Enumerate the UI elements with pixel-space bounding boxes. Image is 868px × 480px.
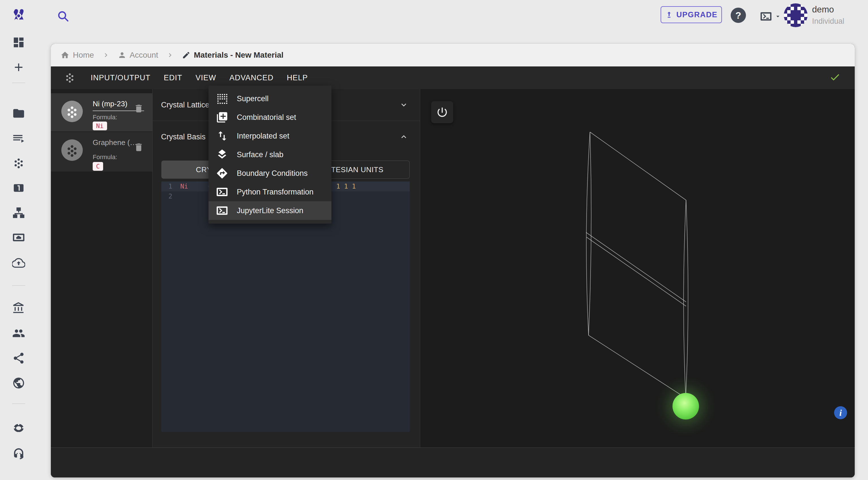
menu-advanced[interactable]: ADVANCED bbox=[229, 68, 274, 87]
section-title: Crystal Basis bbox=[161, 132, 206, 141]
console-menu-button[interactable] bbox=[760, 10, 782, 23]
menu-item-surface-slab[interactable]: Surface / slab bbox=[209, 145, 332, 164]
breadcrumb-account[interactable]: Account bbox=[118, 51, 158, 60]
sidebar-item-entity-one[interactable] bbox=[12, 181, 25, 194]
content-area: Ni (mp-23) Formula: Ni Graphene (… bbox=[51, 89, 855, 448]
sidebar-item-projects[interactable] bbox=[12, 107, 25, 120]
edit-pencil-icon bbox=[182, 51, 190, 59]
sidebar-item-share[interactable] bbox=[12, 352, 25, 365]
material-list-item-ni[interactable]: Ni (mp-23) Formula: Ni bbox=[51, 93, 152, 131]
line-number: 1 bbox=[168, 181, 173, 191]
sidebar-item-organization[interactable] bbox=[12, 302, 25, 314]
sidebar-item-support-wheel[interactable] bbox=[12, 422, 25, 435]
menu-item-label: Surface / slab bbox=[237, 150, 283, 159]
person-icon bbox=[118, 51, 126, 59]
menu-item-label: Combinatorial set bbox=[237, 113, 296, 122]
upgrade-button[interactable]: UPGRADE bbox=[661, 6, 722, 23]
main-card: Home Account Materials - New Material bbox=[51, 44, 855, 477]
menu-item-python-transformation[interactable]: Python Transformation bbox=[209, 183, 332, 201]
breadcrumb-home-label: Home bbox=[73, 51, 94, 60]
breadcrumb-current: Materials - New Material bbox=[182, 51, 283, 60]
menu-item-label: JupyterLite Session bbox=[237, 206, 304, 215]
info-button[interactable]: i bbox=[834, 406, 847, 419]
chevron-down-icon[interactable] bbox=[399, 100, 409, 110]
chevron-right-icon bbox=[102, 51, 110, 59]
terminal-icon bbox=[760, 10, 773, 23]
card-footer bbox=[51, 448, 855, 477]
menu-item-label: Interpolated set bbox=[237, 132, 289, 141]
user-name: demo bbox=[812, 4, 834, 15]
menu-item-label: Boundary Conditions bbox=[237, 169, 308, 178]
advanced-dropdown-menu: Supercell Combinatorial set Interpolated… bbox=[209, 86, 332, 223]
surface-slab-icon bbox=[216, 148, 228, 161]
formula-label: Formula: bbox=[93, 153, 117, 161]
delete-material-icon[interactable] bbox=[134, 103, 144, 114]
ni-atom-sphere[interactable] bbox=[673, 393, 699, 420]
interpolated-set-icon bbox=[216, 130, 228, 142]
combinatorial-set-icon bbox=[216, 111, 228, 123]
app-logo-icon[interactable] bbox=[11, 8, 26, 23]
sidebar-item-materials[interactable] bbox=[12, 157, 25, 170]
element-token: Ni bbox=[180, 181, 188, 191]
upload-icon bbox=[665, 11, 673, 19]
menu-item-boundary-conditions[interactable]: Boundary Conditions bbox=[209, 164, 332, 183]
editor-menubar: INPUT/OUTPUT EDIT VIEW ADVANCED HELP bbox=[51, 66, 855, 89]
formula-label: Formula: bbox=[93, 114, 117, 121]
menu-item-label: Python Transformation bbox=[237, 188, 314, 197]
sidebar-item-jobs[interactable] bbox=[12, 132, 25, 145]
home-icon bbox=[60, 51, 69, 60]
upgrade-label: UPGRADE bbox=[676, 10, 718, 19]
breadcrumb: Home Account Materials - New Material bbox=[51, 44, 855, 66]
menu-help[interactable]: HELP bbox=[287, 68, 308, 87]
chevron-down-icon bbox=[774, 13, 781, 20]
formula-chip: Ni bbox=[93, 122, 107, 130]
menu-edit[interactable]: EDIT bbox=[164, 68, 183, 87]
boundary-conditions-icon bbox=[216, 167, 228, 180]
formula-chip: C bbox=[93, 162, 103, 171]
supercell-icon bbox=[216, 92, 228, 105]
material-avatar-icon bbox=[61, 139, 83, 161]
chevron-right-icon bbox=[166, 51, 174, 59]
user-plan: Individual bbox=[812, 17, 844, 26]
structure-3d-viewer[interactable]: i bbox=[420, 89, 855, 448]
sidebar-item-teams[interactable] bbox=[12, 327, 25, 340]
material-list-item-graphene[interactable]: Graphene (… Formula: C bbox=[51, 132, 152, 172]
help-button[interactable]: ? bbox=[731, 8, 746, 23]
menu-item-jupyterlite-session[interactable]: JupyterLite Session bbox=[209, 201, 332, 220]
menu-item-interpolated-set[interactable]: Interpolated set bbox=[209, 127, 332, 145]
chevron-up-icon[interactable] bbox=[399, 132, 409, 142]
menu-item-combinatorial-set[interactable]: Combinatorial set bbox=[209, 108, 332, 127]
sidebar-item-workflows[interactable] bbox=[12, 206, 25, 219]
info-icon: i bbox=[839, 408, 842, 418]
section-title: Crystal Lattice bbox=[161, 101, 209, 110]
sidebar-item-remote-files[interactable] bbox=[12, 231, 25, 244]
menu-item-label: Supercell bbox=[237, 94, 269, 103]
unit-cell-wireframe bbox=[420, 89, 855, 448]
materials-list-panel: Ni (mp-23) Formula: Ni Graphene (… bbox=[51, 89, 153, 448]
material-atoms-icon bbox=[64, 71, 76, 84]
menu-view[interactable]: VIEW bbox=[195, 68, 216, 87]
page-title: Materials - New Material bbox=[194, 51, 283, 60]
breadcrumb-home[interactable]: Home bbox=[60, 51, 94, 60]
sidebar-divider bbox=[12, 403, 25, 404]
sidebar-item-support-agent[interactable] bbox=[12, 447, 25, 460]
sidebar-divider bbox=[12, 83, 25, 83]
sidebar-item-cloud-upload[interactable] bbox=[12, 257, 25, 269]
question-mark-icon: ? bbox=[736, 10, 741, 21]
menu-item-supercell[interactable]: Supercell bbox=[209, 89, 332, 108]
material-avatar-icon bbox=[61, 101, 83, 122]
terminal-icon bbox=[216, 204, 228, 217]
search-icon[interactable] bbox=[56, 9, 70, 23]
constraints-token: 1 1 1 bbox=[336, 181, 356, 191]
breadcrumb-account-label: Account bbox=[130, 51, 158, 60]
sidebar-item-public[interactable] bbox=[12, 377, 25, 390]
sidebar-item-create[interactable] bbox=[12, 61, 25, 74]
sidebar-item-dashboard[interactable] bbox=[12, 36, 25, 49]
sidebar-divider bbox=[12, 285, 25, 286]
terminal-icon bbox=[216, 186, 228, 198]
avatar[interactable] bbox=[784, 3, 808, 27]
delete-material-icon[interactable] bbox=[134, 142, 144, 152]
menu-input-output[interactable]: INPUT/OUTPUT bbox=[91, 68, 151, 87]
line-number: 2 bbox=[168, 191, 173, 201]
save-check-icon[interactable] bbox=[829, 71, 841, 83]
